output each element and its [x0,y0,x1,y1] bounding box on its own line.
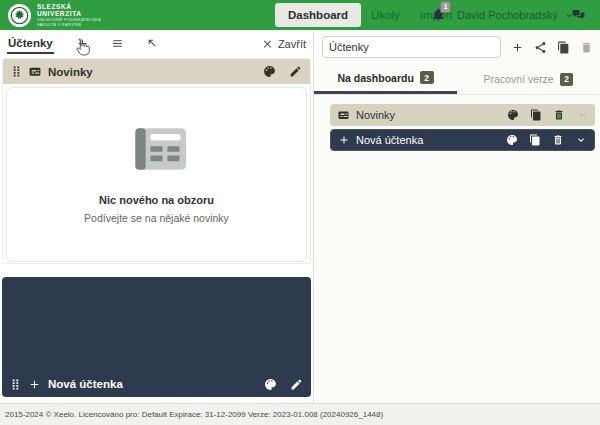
news-widget: Novinky [2,58,311,264]
add-widget-button[interactable] [511,41,524,54]
palette-icon[interactable] [506,134,518,146]
empty-state-subtitle: Podívejte se na nějaké novinky [84,212,229,224]
trash-icon[interactable] [553,109,565,121]
nav-tab-dashboard[interactable]: Dashboard [275,3,361,27]
list-item-label: Nová účtenka [356,134,423,146]
tab-label: Na dashboardu [337,72,413,84]
new-receipt-widget-footer: Nová účtenka [2,371,311,397]
app-screen: SLEZSKÁ UNIVERZITA OBCHODNĚ PODNIKATELSK… [0,0,600,425]
newspaper-icon [337,109,350,121]
copy-icon[interactable] [530,109,542,121]
dashboard-panel: Účtenky Zavřít [0,30,314,403]
newspaper-icon [28,65,42,78]
copy-icon [557,41,570,54]
news-widget-title: Novinky [48,66,93,78]
share-button[interactable] [534,41,547,54]
plus-icon [338,134,350,146]
app-footer: 2015-2024 © Xeelo. Licencováno pro: Defa… [0,403,600,425]
row-actions [506,134,587,146]
close-label: Zavřít [278,38,306,50]
drag-handle-icon[interactable] [11,65,22,78]
new-receipt-widget-title: Nová účtenka [48,378,123,390]
library-tabs: Na dashboardu 2 Pracovní verze 2 [314,65,600,95]
library-toolbar [314,30,600,62]
university-emblem-icon [8,4,31,27]
edit-pencil-icon[interactable] [290,378,303,391]
logo-line-1: SLEZSKÁ [37,3,101,10]
edit-pencil-icon[interactable] [289,65,302,78]
trash-icon [580,41,593,54]
news-widget-header: Novinky [3,59,310,84]
row-actions [507,109,588,121]
arrow-up-left-icon [146,37,159,50]
add-tab-button[interactable] [76,37,89,50]
university-logo-text: SLEZSKÁ UNIVERZITA OBCHODNĚ PODNIKATELSK… [37,3,101,27]
collapse-button[interactable] [146,37,159,50]
news-widget-actions [263,65,302,78]
chevron-down-icon[interactable] [576,109,588,121]
chevron-down-icon[interactable] [575,134,587,146]
dashboard-tabbar: Účtenky Zavřít [0,30,313,57]
logo-subtitle-2: FAKULTA V KARVINÉ [37,23,101,28]
tab-pracovni-verze[interactable]: Pracovní verze 2 [457,65,600,94]
palette-icon[interactable] [507,109,519,121]
close-icon [262,38,273,49]
user-name: David Pochobradský [457,9,558,21]
plus-icon [511,41,524,54]
tab-label: Pracovní verze [484,73,554,85]
chat-icon [571,8,586,22]
chat-button[interactable] [571,8,586,22]
drag-handle-icon[interactable] [10,378,21,391]
list-item-novinky[interactable]: Novinky [330,104,595,126]
palette-icon[interactable] [264,378,277,391]
news-empty-state: Nic nového na obzoru Podívejte se na něj… [6,87,307,262]
notifications-button[interactable]: 1 [431,7,446,22]
widget-library-panel: Na dashboardu 2 Pracovní verze 2 Novinky [314,30,600,403]
user-menu[interactable]: David Pochobradský [457,0,575,30]
empty-state-title: Nic nového na obzoru [99,194,214,206]
duplicate-button[interactable] [557,41,570,54]
new-receipt-widget[interactable]: Nová účtenka [2,277,311,397]
notification-count-badge: 1 [440,1,451,13]
university-logo: SLEZSKÁ UNIVERZITA OBCHODNĚ PODNIKATELSK… [8,3,101,27]
footer-text: 2015-2024 © Xeelo. Licencováno pro: Defa… [5,410,383,419]
list-item-nova-uctenka[interactable]: Nová účtenka [330,129,595,151]
widget-list: Novinky [314,95,600,151]
list-item-label: Novinky [356,109,395,121]
delete-button[interactable] [580,41,593,54]
trash-icon[interactable] [552,134,564,146]
nav-tab-ukoly[interactable]: Úkoly [361,5,410,25]
count-badge: 2 [560,73,574,86]
search-input[interactable] [322,36,501,58]
menu-icon [111,37,124,50]
news-widget-body: Nic nového na obzoru Podívejte se na něj… [3,84,310,265]
palette-icon[interactable] [263,65,276,78]
share-icon [534,41,547,54]
newspaper-large-icon [126,126,188,172]
plus-icon [76,37,89,50]
new-receipt-widget-actions [264,378,303,391]
tab-na-dashboardu[interactable]: Na dashboardu 2 [314,65,457,94]
app-header: SLEZSKÁ UNIVERZITA OBCHODNĚ PODNIKATELSK… [0,0,600,30]
tab-uctenky[interactable]: Účtenky [7,33,54,54]
close-panel-button[interactable]: Zavřít [262,38,306,50]
tab-list-button[interactable] [111,37,124,50]
count-badge: 2 [420,71,434,84]
copy-icon[interactable] [529,134,541,146]
plus-icon [28,378,41,391]
